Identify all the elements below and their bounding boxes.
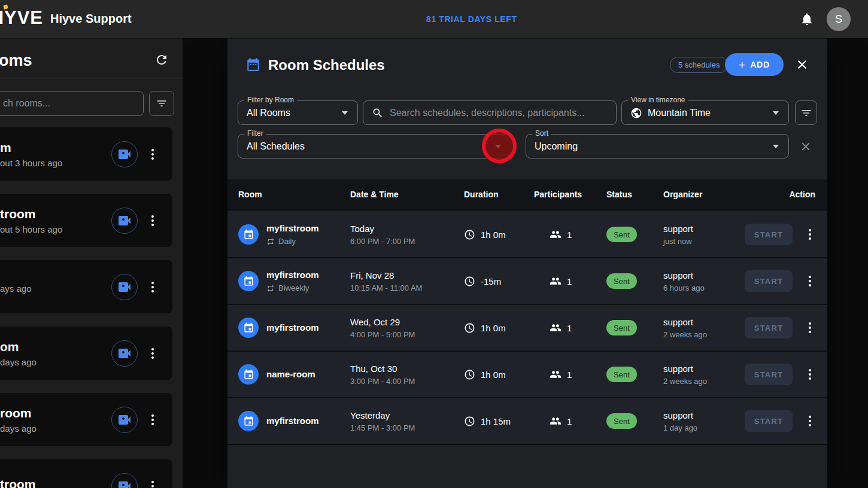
top-app-bar: HIYVE Hiyve Support 81 TRIAL DAYS LEFT S	[0, 0, 868, 38]
room-card[interactable]: room days ago	[0, 393, 172, 446]
participants-count: 1	[567, 230, 572, 240]
duration-value: 1h 0m	[481, 323, 506, 333]
room-card-last-active: ays ago	[0, 283, 111, 294]
status-badge: Sent	[606, 273, 637, 289]
schedule-row: myfirstroom Wed, Oct 29 4:00 PM - 5:00 P…	[227, 305, 827, 352]
room-more-options-icon[interactable]	[147, 147, 158, 161]
room-card[interactable]: troom	[0, 459, 172, 488]
room-calendar-icon	[238, 318, 259, 338]
clock-icon	[464, 369, 475, 380]
column-participants: Participants	[534, 190, 606, 199]
start-button[interactable]: START	[745, 410, 793, 432]
room-card-name: troom	[0, 206, 111, 221]
schedule-table-header: Room Date & Time Duration Participants S…	[227, 179, 827, 211]
join-video-button[interactable]	[111, 473, 138, 488]
advanced-filters-button[interactable]	[795, 100, 817, 125]
add-schedule-button[interactable]: + ADD	[725, 53, 784, 76]
column-room: Room	[238, 190, 350, 199]
participants-count: 1	[567, 276, 572, 286]
participants-icon	[550, 415, 562, 427]
repeat-icon	[266, 237, 275, 246]
room-list: m out 3 hours ago troom out 5 hours ago	[0, 127, 183, 488]
room-card[interactable]: om days ago	[0, 327, 172, 380]
room-card[interactable]: troom out 5 hours ago	[0, 194, 172, 247]
room-more-options-icon[interactable]	[147, 479, 158, 488]
room-more-options-icon[interactable]	[147, 214, 158, 228]
join-video-button[interactable]	[111, 407, 138, 433]
room-more-options-icon[interactable]	[147, 280, 158, 294]
room-more-options-icon[interactable]	[147, 413, 158, 427]
recurrence-row: Daily	[266, 237, 319, 246]
video-camera-icon	[117, 479, 132, 488]
hiyve-logo: HIYVE	[0, 7, 43, 29]
join-video-button[interactable]	[111, 274, 138, 300]
schedule-table-body: myfirstroom Daily Today 6:00 PM - 7:00 P…	[227, 212, 827, 445]
room-calendar-icon	[238, 411, 259, 431]
sort-select[interactable]: Sort Upcoming	[526, 134, 789, 158]
start-button[interactable]: START	[745, 270, 793, 292]
duration-value: 1h 0m	[481, 230, 506, 240]
schedule-more-options-icon[interactable]	[805, 321, 815, 335]
plus-icon: +	[739, 59, 745, 71]
room-card[interactable]: m out 3 hours ago	[0, 127, 172, 181]
organizer-name: support	[663, 317, 745, 327]
duration-value: -15m	[481, 276, 501, 286]
room-card-name: m	[0, 140, 111, 155]
status-badge: Sent	[606, 227, 637, 242]
start-button[interactable]: START	[745, 364, 793, 385]
user-avatar[interactable]: S	[827, 7, 851, 31]
filter-by-room-select[interactable]: Filter by Room All Rooms	[238, 100, 358, 125]
recurrence-label: Biweekly	[278, 283, 309, 292]
calendar-icon	[245, 57, 261, 72]
participants-icon	[550, 322, 562, 334]
video-camera-icon	[117, 280, 132, 294]
status-badge: Sent	[606, 320, 637, 336]
duration-value: 1h 15m	[481, 416, 511, 426]
organizer-name: support	[663, 364, 745, 374]
column-status: Status	[606, 190, 663, 199]
room-card-name: om	[0, 339, 111, 354]
schedule-date: Today	[350, 224, 464, 234]
schedule-search-field	[363, 100, 617, 125]
join-video-button[interactable]	[111, 340, 138, 367]
column-action: Action	[789, 190, 815, 199]
schedule-time: 1:45 PM - 3:00 PM	[350, 423, 464, 432]
start-button[interactable]: START	[745, 317, 793, 338]
modal-title: Room Schedules	[268, 57, 385, 74]
organizer-name: support	[663, 224, 745, 234]
globe-icon	[630, 107, 642, 119]
join-video-button[interactable]	[111, 208, 138, 234]
sidebar-divider	[0, 78, 183, 78]
refresh-icon[interactable]	[154, 53, 169, 67]
schedule-more-options-icon[interactable]	[805, 274, 815, 288]
room-schedules-modal: Room Schedules 5 schedules + ADD Filter …	[227, 38, 827, 488]
rooms-search-input[interactable]	[0, 91, 144, 116]
schedule-row: myfirstroom Daily Today 6:00 PM - 7:00 P…	[227, 212, 827, 258]
schedule-more-options-icon[interactable]	[805, 414, 815, 428]
organizer-name: support	[663, 270, 745, 280]
room-more-options-icon[interactable]	[147, 346, 158, 361]
join-video-button[interactable]	[111, 141, 138, 167]
column-organizer: Organizer	[663, 190, 789, 199]
clear-filters-icon[interactable]	[799, 140, 812, 153]
participants-count: 1	[567, 370, 572, 380]
schedule-filter-select[interactable]: Filter All Schedules	[238, 134, 514, 158]
organizer-name: support	[663, 410, 745, 420]
status-badge: Sent	[606, 367, 637, 382]
rooms-filter-button[interactable]	[149, 91, 174, 116]
timezone-select[interactable]: View in timezone Mountain Time	[621, 100, 789, 125]
schedule-date: Thu, Oct 30	[350, 364, 464, 374]
trial-days-banner[interactable]: 81 TRIAL DAYS LEFT	[426, 14, 517, 24]
schedule-room-name: name-room	[266, 369, 315, 379]
column-duration: Duration	[464, 190, 534, 199]
chevron-down-icon	[773, 111, 779, 115]
schedule-time: 10:15 AM - 11:00 AM	[350, 283, 464, 292]
schedule-more-options-icon[interactable]	[805, 227, 815, 242]
schedule-search-input[interactable]	[390, 101, 611, 124]
organized-time-ago: 1 day ago	[663, 423, 745, 432]
room-card[interactable]: ays ago	[0, 260, 172, 313]
start-button[interactable]: START	[745, 224, 793, 245]
schedule-more-options-icon[interactable]	[805, 367, 815, 382]
notifications-bell-icon[interactable]	[800, 12, 814, 26]
close-modal-icon[interactable]	[795, 57, 809, 72]
